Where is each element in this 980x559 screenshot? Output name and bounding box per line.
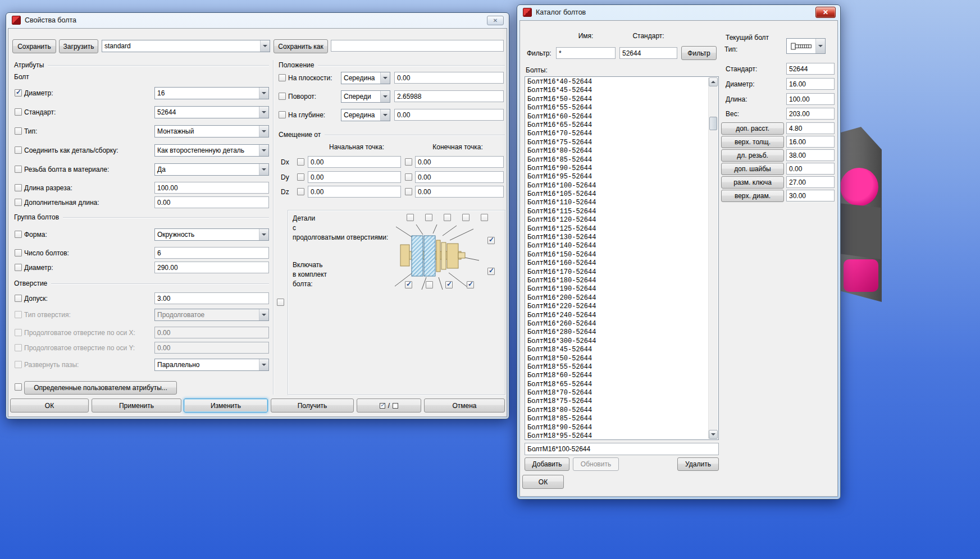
row-checkbox[interactable] [15, 361, 22, 368]
slotted-part-checkbox[interactable] [425, 214, 432, 221]
list-item[interactable]: БолтM16*105-52644 [527, 190, 708, 199]
toggle-all-checkboxes-button[interactable]: / [357, 398, 421, 413]
field-value[interactable] [786, 149, 835, 161]
end-input[interactable] [415, 156, 504, 168]
list-item[interactable]: БолтM16*90-52644 [527, 164, 708, 173]
field-value[interactable] [786, 163, 835, 175]
load-button[interactable]: Загрузить [59, 39, 98, 53]
list-item[interactable]: БолтM16*125-52644 [527, 225, 708, 233]
slotted-apply-checkbox[interactable] [487, 237, 495, 244]
list-item[interactable]: БолтM16*200-52644 [527, 294, 708, 303]
list-item[interactable]: БолтM16*60-52644 [527, 113, 708, 121]
start-input[interactable] [308, 186, 401, 198]
top-thickness-button[interactable]: верх. толщ. [721, 136, 784, 148]
include-part-checkbox[interactable] [405, 281, 412, 288]
list-item[interactable]: БолтM18*85-52644 [527, 415, 708, 423]
include-part-checkbox[interactable] [445, 281, 453, 288]
rotation-input[interactable] [394, 90, 504, 102]
row-checkbox[interactable] [15, 329, 22, 336]
close-button[interactable]: ✕ [487, 16, 504, 25]
row-checkbox[interactable] [15, 264, 22, 271]
ok-button[interactable]: ОК [10, 398, 89, 413]
include-part-checkbox[interactable] [426, 281, 433, 288]
add-button[interactable]: Добавить [525, 457, 569, 471]
scroll-down-button[interactable] [709, 430, 718, 439]
bolt-list-box[interactable]: БолтM16*40-52644БолтM16*45-52644БолтM16*… [525, 76, 719, 440]
list-item[interactable]: БолтM16*55-52644 [527, 104, 708, 112]
end-checkbox[interactable] [405, 173, 412, 181]
list-item[interactable]: БолтM16*170-52644 [527, 268, 708, 277]
list-item[interactable]: БолтM16*190-52644 [527, 285, 708, 294]
connect-as-combo[interactable]: Как второстепенную деталь [154, 144, 269, 157]
list-item[interactable]: БолтM18*90-52644 [527, 424, 708, 432]
list-item[interactable]: БолтM16*100-52644 [527, 182, 708, 190]
extra-washers-button[interactable]: доп. шайбы [721, 163, 784, 175]
start-input[interactable] [308, 156, 401, 168]
end-input[interactable] [415, 186, 504, 198]
field-value[interactable] [786, 122, 835, 134]
list-item[interactable]: БолтM16*120-52644 [527, 216, 708, 224]
slotted-part-checkbox[interactable] [481, 214, 488, 221]
at-depth-combo[interactable]: Середина [341, 109, 390, 121]
selected-bolt-input[interactable] [525, 443, 719, 455]
field-value[interactable] [786, 93, 835, 105]
filter-standard-input[interactable] [619, 47, 677, 59]
slotted-part-checkbox[interactable] [407, 214, 414, 221]
on-plane-input[interactable] [394, 72, 504, 84]
slotted-part-checkbox[interactable] [462, 214, 470, 221]
list-item[interactable]: БолтM16*180-52644 [527, 277, 708, 285]
field-value[interactable] [786, 190, 835, 201]
list-item[interactable]: БолтM16*280-52644 [527, 328, 708, 337]
profile-combo[interactable]: standard [102, 40, 270, 52]
list-item[interactable]: БолтM18*65-52644 [527, 381, 708, 389]
end-input[interactable] [415, 171, 504, 183]
list-item[interactable]: БолтM16*160-52644 [527, 259, 708, 268]
list-item[interactable]: БолтM16*130-52644 [527, 233, 708, 242]
list-item[interactable]: БолтM18*55-52644 [527, 363, 708, 372]
row-checkbox[interactable] [279, 93, 286, 100]
list-item[interactable]: БолтM18*70-52644 [527, 389, 708, 397]
row-checkbox[interactable] [15, 146, 22, 154]
row-checkbox[interactable] [15, 249, 22, 256]
catalog-titlebar[interactable]: Каталог болтов ✕ [517, 5, 840, 20]
end-checkbox[interactable] [405, 158, 412, 166]
list-item[interactable]: БолтM16*110-52644 [527, 199, 708, 207]
save-as-button[interactable]: Сохранить как [274, 39, 328, 53]
include-part-checkbox[interactable] [467, 281, 474, 288]
list-item[interactable]: БолтM16*70-52644 [527, 130, 708, 138]
get-button[interactable]: Получить [271, 398, 354, 413]
save-button[interactable]: Сохранить [12, 39, 56, 53]
rotate-slots-combo[interactable]: Параллельно [154, 359, 269, 371]
start-checkbox[interactable] [297, 173, 304, 181]
assembly-left-checkbox[interactable] [277, 299, 284, 306]
row-checkbox[interactable] [15, 127, 22, 135]
bolt-count-input[interactable] [154, 247, 269, 259]
list-item[interactable]: БолтM16*45-52644 [527, 86, 708, 95]
list-item[interactable]: БолтM16*115-52644 [527, 208, 708, 216]
row-checkbox[interactable] [15, 344, 22, 351]
list-item[interactable]: БолтM16*65-52644 [527, 121, 708, 130]
close-button[interactable]: ✕ [815, 7, 836, 18]
tolerance-input[interactable] [154, 292, 269, 304]
apply-button[interactable]: Применить [92, 398, 181, 413]
field-value[interactable] [786, 136, 835, 148]
list-item[interactable]: БолтM18*80-52644 [527, 406, 708, 415]
list-scrollbar[interactable] [708, 77, 718, 439]
row-checkbox[interactable] [279, 111, 286, 118]
delete-button[interactable]: Удалить [677, 457, 719, 471]
on-plane-combo[interactable]: Середина [341, 72, 390, 84]
wrench-size-button[interactable]: разм. ключа [721, 176, 784, 189]
catalog-ok-button[interactable]: ОК [522, 475, 564, 489]
filter-button[interactable]: Фильтр [681, 46, 717, 60]
top-diameter-button[interactable]: верх. диам. [721, 190, 784, 202]
field-value[interactable] [786, 176, 835, 188]
thread-length-button[interactable]: дл. резьб. [721, 149, 784, 162]
user-attributes-button[interactable]: Определенные пользователем атрибуты... [24, 381, 177, 395]
field-value[interactable] [786, 78, 835, 90]
field-value[interactable] [786, 108, 835, 120]
list-item[interactable]: БолтM16*80-52644 [527, 147, 708, 155]
save-as-input[interactable] [331, 40, 504, 52]
field-value[interactable] [786, 63, 835, 75]
list-item[interactable]: БолтM16*95-52644 [527, 173, 708, 181]
list-item[interactable]: БолтM16*40-52644 [527, 78, 708, 86]
